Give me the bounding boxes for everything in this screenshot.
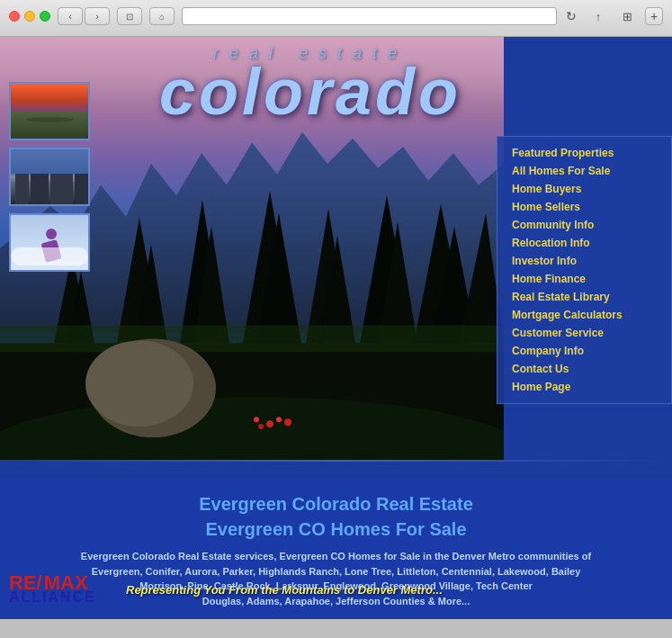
close-button[interactable] [9, 11, 20, 22]
bottom-title-line2: Evergreen CO Homes For Sale [18, 517, 654, 542]
nav-customer-service[interactable]: Customer Service [497, 324, 671, 342]
nav-home-sellers[interactable]: Home Sellers [497, 198, 671, 216]
nav-relocation-info[interactable]: Relocation Info [497, 234, 671, 252]
skier-thumbnail[interactable] [9, 213, 90, 272]
site-header: real estate colorado [117, 37, 504, 121]
thumbnail-gallery [9, 82, 90, 272]
back-button[interactable]: ‹ [58, 7, 83, 25]
nav-investor-info[interactable]: Investor Info [497, 252, 671, 270]
nav-featured-properties[interactable]: Featured Properties [497, 144, 671, 162]
bottom-title-line1: Evergreen Colorado Real Estate [18, 491, 654, 517]
nav-home-page[interactable]: Home Page [497, 378, 671, 396]
tagline: Representing You From the Mountains to D… [126, 583, 492, 597]
svg-point-21 [276, 417, 282, 422]
nav-all-homes[interactable]: All Homes For Sale [497, 162, 671, 180]
remax-logo: RE/ MAX ALLIANCE [9, 573, 117, 606]
nav-home-buyers[interactable]: Home Buyers [497, 180, 671, 198]
nav-home-finance[interactable]: Home Finance [497, 270, 671, 288]
new-tab-button[interactable]: + [645, 7, 663, 25]
nav-contact-us[interactable]: Contact Us [497, 360, 671, 378]
mountain-thumbnail[interactable] [9, 82, 90, 140]
traffic-lights [9, 11, 50, 22]
navigation-menu: Featured Properties All Homes For Sale H… [497, 136, 672, 404]
browser-chrome: ‹ › ⊡ ⌂ ↻ ↑ ⊞ + [0, 0, 672, 37]
colorado-title: colorado [117, 63, 504, 121]
svg-point-24 [254, 417, 259, 422]
svg-rect-17 [0, 325, 504, 352]
bottom-desc-line1: Evergreen Colorado Real Estate services,… [18, 549, 654, 564]
bottom-title: Evergreen Colorado Real Estate Evergreen… [18, 491, 654, 542]
show-page-button[interactable]: ⊡ [117, 7, 142, 25]
nav-company-info[interactable]: Company Info [497, 342, 671, 360]
svg-point-20 [266, 420, 273, 427]
svg-point-23 [284, 418, 291, 426]
logo-area: RE/ MAX ALLIANCE [9, 573, 117, 606]
svg-point-22 [258, 424, 264, 429]
tab-overview-button[interactable]: ⊞ [616, 7, 638, 25]
city-thumbnail[interactable] [9, 148, 90, 206]
share-button[interactable]: ↑ [587, 7, 609, 25]
section-divider [0, 460, 672, 462]
maximize-button[interactable] [40, 11, 50, 22]
address-bar[interactable] [182, 7, 557, 25]
reload-button[interactable]: ↻ [562, 7, 580, 25]
svg-point-19 [85, 340, 193, 427]
minimize-button[interactable] [24, 11, 35, 22]
remax-alliance-text: ALLIANCE [9, 589, 96, 606]
nav-real-estate-library[interactable]: Real Estate Library [497, 288, 671, 306]
website-content: real estate colorado [0, 37, 672, 619]
forward-button[interactable]: › [85, 7, 110, 25]
nav-community-info[interactable]: Community Info [497, 216, 671, 234]
nav-mortgage-calculators[interactable]: Mortgage Calculators [497, 306, 671, 324]
home-button[interactable]: ⌂ [149, 7, 175, 25]
